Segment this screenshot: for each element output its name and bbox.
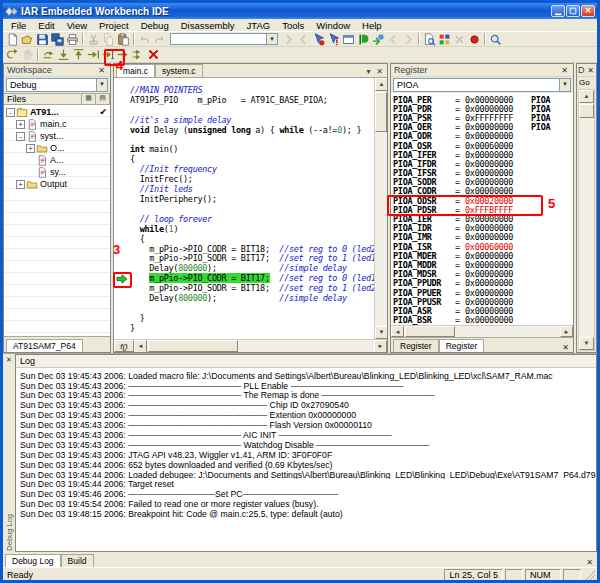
menu-item-disassembly[interactable]: Disassembly	[175, 20, 241, 31]
new-file-icon[interactable]	[6, 33, 19, 46]
register-group-dropdown[interactable]: PIOA ▼	[393, 78, 571, 92]
step-out-icon[interactable]	[72, 48, 85, 61]
tree-item-sy-[interactable]: +sy...	[4, 166, 110, 178]
chevron-down-icon[interactable]: ▼	[266, 34, 277, 44]
scroll-down-icon[interactable]: ▼	[375, 326, 387, 339]
cut-icon[interactable]	[87, 33, 100, 46]
tree-item-at91-[interactable]: -AT91...✔	[4, 106, 110, 118]
open-file-icon[interactable]	[21, 33, 34, 46]
stop-build-icon[interactable]	[453, 33, 466, 46]
break-icon[interactable]	[21, 48, 34, 61]
workspace-close-icon[interactable]: ✕	[96, 65, 107, 75]
go-icon[interactable]	[117, 48, 130, 61]
save-all-icon[interactable]	[51, 33, 64, 46]
step-into-icon[interactable]	[57, 48, 70, 61]
editor-tab-main-c[interactable]: main.c	[116, 64, 155, 77]
column-icon[interactable]: ▦	[82, 94, 96, 104]
scroll-thumb[interactable]	[375, 92, 387, 132]
scroll-up-icon[interactable]: ▲	[579, 90, 594, 103]
tree-item-a-[interactable]: +A...	[4, 154, 110, 166]
tree-expander-icon[interactable]: +	[16, 120, 25, 129]
save-icon[interactable]	[36, 33, 49, 46]
column-icon[interactable]: ▤	[96, 94, 110, 104]
function-list-button[interactable]: f()	[114, 340, 134, 352]
toggle-breakpoint-icon[interactable]	[312, 33, 325, 46]
scroll-thumb[interactable]	[148, 340, 238, 352]
maximize-button[interactable]: ▢	[566, 5, 580, 17]
menu-item-edit[interactable]: Edit	[32, 20, 60, 31]
stop-debugging-icon[interactable]	[147, 48, 160, 61]
editor-horizontal-scrollbar[interactable]: f() ◄ ►	[114, 339, 387, 352]
minimize-button[interactable]: ▁	[551, 5, 565, 17]
multi-step-icon[interactable]	[132, 48, 145, 61]
disassembly-close-icon[interactable]: ✕	[586, 65, 595, 75]
reset-icon[interactable]	[6, 48, 19, 61]
document-close-icon[interactable]: ✕	[374, 67, 385, 76]
paste-icon[interactable]	[117, 33, 130, 46]
log-close-icon[interactable]: ✕	[4, 355, 14, 364]
menu-item-jtag[interactable]: JTAG	[241, 20, 277, 31]
bottom-tab-build[interactable]: Build	[61, 554, 94, 567]
scroll-thumb[interactable]	[579, 104, 594, 118]
next-error-icon[interactable]	[402, 33, 415, 46]
scroll-left-icon[interactable]: ◄	[134, 340, 147, 353]
tree-expander-icon[interactable]: -	[16, 132, 25, 141]
tree-expander-icon[interactable]: +	[26, 144, 35, 153]
find-combobox[interactable]: ▼	[170, 33, 278, 45]
register-row[interactable]: PIOA_BSR=0x00000000	[393, 316, 573, 325]
scroll-down-icon[interactable]: ▼	[579, 337, 594, 350]
register-horizontal-scrollbar[interactable]: ◄ ►	[391, 325, 573, 337]
menu-item-debug[interactable]: Debug	[135, 20, 175, 31]
workspace-project-tab[interactable]: AT91SAM7_P64	[6, 339, 83, 352]
scroll-thumb[interactable]	[405, 326, 455, 337]
chevron-down-icon[interactable]: ▼	[96, 79, 107, 91]
menu-item-tools[interactable]: Tools	[276, 20, 310, 31]
previous-error-icon[interactable]	[387, 33, 400, 46]
files-header-label[interactable]: Files	[4, 94, 82, 104]
menu-item-window[interactable]: Window	[310, 20, 356, 31]
register-tabs-close-icon[interactable]: ✕	[560, 342, 571, 352]
chevron-down-icon[interactable]: ▼	[559, 79, 570, 91]
bottom-tabs-close-icon[interactable]: ✕	[584, 557, 595, 567]
tree-item-main-c[interactable]: +main.c	[4, 118, 110, 130]
step-over-icon[interactable]	[42, 48, 55, 61]
find-next-icon[interactable]	[282, 33, 295, 46]
scroll-right-icon[interactable]: ►	[374, 340, 387, 353]
copy-icon[interactable]	[102, 33, 115, 46]
debugger-search-icon[interactable]	[489, 33, 502, 46]
breakpoint-ball-icon[interactable]	[468, 33, 481, 46]
find-previous-icon[interactable]	[297, 33, 310, 46]
enable-breakpoint-icon[interactable]	[327, 33, 340, 46]
breakpoints-window-icon[interactable]	[342, 33, 355, 46]
register-tab[interactable]: Register	[393, 339, 439, 352]
scroll-left-icon[interactable]: ◄	[391, 326, 404, 337]
menu-item-help[interactable]: Help	[356, 20, 388, 31]
register-close-icon[interactable]: ✕	[559, 65, 570, 75]
batch-build-icon[interactable]	[438, 33, 451, 46]
tree-expander-icon[interactable]: +	[16, 180, 25, 189]
print-icon[interactable]	[66, 33, 79, 46]
menu-item-file[interactable]: File	[5, 20, 32, 31]
make-icon[interactable]	[357, 33, 370, 46]
bottom-tab-debug-log[interactable]: Debug Log	[5, 554, 61, 567]
disassembly-scrollbar[interactable]: ▲ ▼	[578, 89, 595, 351]
next-statement-icon[interactable]	[87, 48, 100, 61]
menu-item-project[interactable]: Project	[93, 20, 135, 31]
log-vertical-tab[interactable]: Debug Log	[5, 514, 14, 551]
find-in-files-icon[interactable]	[423, 33, 436, 46]
tree-item-syst-[interactable]: -syst...	[4, 130, 110, 142]
scroll-up-icon[interactable]: ▲	[375, 78, 387, 91]
compile-icon[interactable]	[372, 33, 385, 46]
redo-icon[interactable]	[153, 33, 166, 46]
menu-item-view[interactable]: View	[61, 20, 93, 31]
run-to-cursor-icon[interactable]	[102, 48, 115, 61]
undo-icon[interactable]	[138, 33, 151, 46]
tree-expander-icon[interactable]: -	[6, 108, 15, 117]
find-input[interactable]	[171, 34, 266, 44]
code-area[interactable]: //MAIN POINTERSAT91PS_PIO m_pPio = AT91C…	[114, 78, 374, 339]
register-tab[interactable]: Register	[439, 339, 485, 352]
close-button[interactable]: ✕	[581, 5, 595, 17]
resize-grip[interactable]	[583, 569, 595, 581]
window-menu-icon[interactable]: ▾	[363, 67, 374, 76]
scroll-right-icon[interactable]: ►	[560, 326, 573, 337]
